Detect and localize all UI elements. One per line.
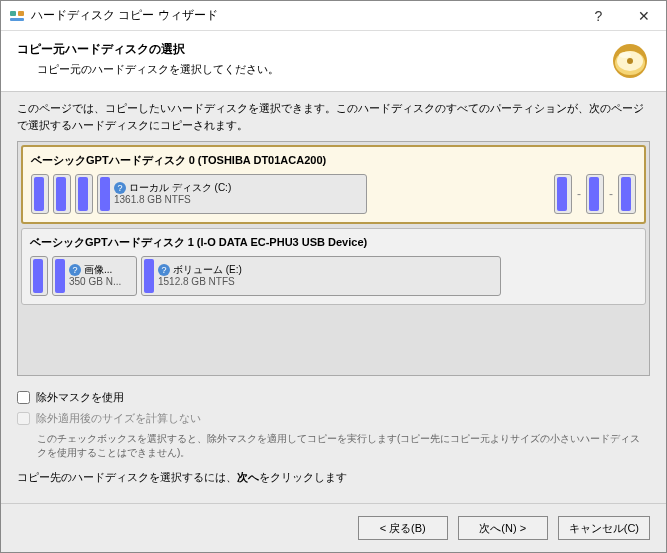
button-bar: < 戻る(B) 次へ(N) > キャンセル(C) (1, 503, 666, 552)
window-title: ハードディスク コピー ウィザード (31, 7, 576, 24)
partition[interactable]: ?ローカル ディスク (C:)1361.8 GB NTFS (97, 174, 367, 214)
partition[interactable] (554, 174, 572, 214)
svg-point-7 (619, 52, 631, 58)
back-button[interactable]: < 戻る(B) (358, 516, 448, 540)
wizard-header: コピー元ハードディスクの選択 コピー元のハードディスクを選択してください。 (1, 31, 666, 91)
partition-stripe (144, 259, 154, 293)
partition[interactable] (586, 174, 604, 214)
svg-rect-1 (18, 11, 24, 16)
partition-stripe (557, 177, 567, 211)
no-size-calc-input (17, 412, 30, 425)
partition-bar: ?画像...350 GB N...?ボリューム (E:)1512.8 GB NT… (30, 256, 637, 296)
disk-icon: ? (69, 264, 81, 276)
partition-stripe (33, 259, 43, 293)
page-subtitle: コピー元のハードディスクを選択してください。 (17, 62, 610, 77)
next-instruction: コピー先のハードディスクを選択するには、次へをクリックします (17, 470, 650, 485)
options-area: 除外マスクを使用 除外適用後のサイズを計算しない このチェックボックスを選択する… (17, 390, 650, 493)
page-title: コピー元ハードディスクの選択 (17, 41, 610, 58)
partition-stripe (56, 177, 66, 211)
partition-name: ?画像... (69, 264, 121, 276)
exclusion-mask-label: 除外マスクを使用 (36, 390, 124, 405)
partition-size: 350 GB N... (69, 276, 121, 288)
no-size-calc-checkbox: 除外適用後のサイズを計算しない (17, 411, 650, 426)
svg-point-6 (627, 58, 633, 64)
partition-size: 1361.8 GB NTFS (114, 194, 231, 206)
partition-separator: - (576, 187, 582, 201)
partition[interactable]: ?ボリューム (E:)1512.8 GB NTFS (141, 256, 501, 296)
options-note: このチェックボックスを選択すると、除外マスクを適用してコピーを実行します(コピー… (17, 432, 650, 460)
partition[interactable] (75, 174, 93, 214)
partition-stripe (100, 177, 110, 211)
exclusion-mask-input[interactable] (17, 391, 30, 404)
svg-rect-0 (10, 11, 16, 16)
partition-stripe (55, 259, 65, 293)
disk-item[interactable]: ベーシックGPTハードディスク 1 (I-O DATA EC-PHU3 USB … (21, 228, 646, 305)
partition-name: ?ローカル ディスク (C:) (114, 182, 231, 194)
title-bar: ハードディスク コピー ウィザード ? ✕ (1, 1, 666, 31)
partition-separator: - (608, 187, 614, 201)
content-area: このページでは、コピーしたいハードディスクを選択できます。このハードディスクのす… (1, 91, 666, 503)
close-button[interactable]: ✕ (621, 1, 666, 30)
partition[interactable] (31, 174, 49, 214)
partition-size: 1512.8 GB NTFS (158, 276, 242, 288)
partition[interactable] (618, 174, 636, 214)
disk-list: ベーシックGPTハードディスク 0 (TOSHIBA DT01ACA200)?ロ… (17, 141, 650, 376)
partition-stripe (621, 177, 631, 211)
disk-icon: ? (114, 182, 126, 194)
exclusion-mask-checkbox[interactable]: 除外マスクを使用 (17, 390, 650, 405)
partition-name: ?ボリューム (E:) (158, 264, 242, 276)
disk-item[interactable]: ベーシックGPTハードディスク 0 (TOSHIBA DT01ACA200)?ロ… (21, 145, 646, 224)
partition-stripe (34, 177, 44, 211)
next-button[interactable]: 次へ(N) > (458, 516, 548, 540)
disk-title: ベーシックGPTハードディスク 1 (I-O DATA EC-PHU3 USB … (30, 235, 637, 250)
svg-rect-2 (10, 18, 24, 21)
partition-bar: ?ローカル ディスク (C:)1361.8 GB NTFS-- (31, 174, 636, 214)
partition[interactable] (30, 256, 48, 296)
app-icon (9, 8, 25, 24)
partition-stripe (589, 177, 599, 211)
help-button[interactable]: ? (576, 1, 621, 30)
cancel-button[interactable]: キャンセル(C) (558, 516, 650, 540)
disk-title: ベーシックGPTハードディスク 0 (TOSHIBA DT01ACA200) (31, 153, 636, 168)
description-text: このページでは、コピーしたいハードディスクを選択できます。このハードディスクのす… (17, 100, 650, 133)
partition[interactable] (53, 174, 71, 214)
disk-logo-icon (610, 41, 650, 81)
partition[interactable]: ?画像...350 GB N... (52, 256, 137, 296)
no-size-calc-label: 除外適用後のサイズを計算しない (36, 411, 201, 426)
disk-icon: ? (158, 264, 170, 276)
partition-stripe (78, 177, 88, 211)
